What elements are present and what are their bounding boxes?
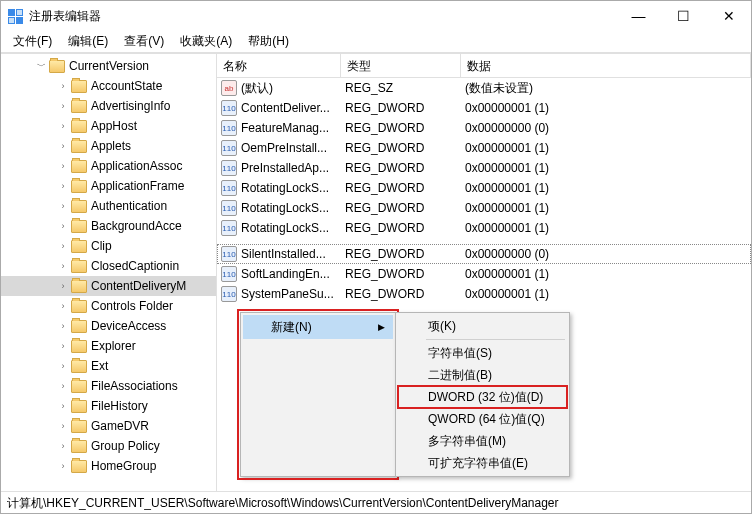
tree-item[interactable]: ›ApplicationFrame [1, 176, 216, 196]
close-button[interactable]: ✕ [706, 1, 751, 31]
tree-item[interactable]: ›ContentDeliveryM [1, 276, 216, 296]
chevron-right-icon[interactable]: › [57, 121, 69, 131]
list-row[interactable]: 110SoftLandingEn...REG_DWORD0x00000001 (… [217, 264, 751, 284]
ctx-new[interactable]: 新建(N) ▶ [243, 315, 393, 339]
folder-icon [71, 260, 87, 273]
minimize-button[interactable]: — [616, 1, 661, 31]
tree-item[interactable]: ›BackgroundAcce [1, 216, 216, 236]
chevron-right-icon[interactable]: › [57, 221, 69, 231]
value-name: RotatingLockS... [241, 221, 345, 235]
value-name: ContentDeliver... [241, 101, 345, 115]
chevron-down-icon[interactable]: ﹀ [35, 60, 47, 73]
tree-label: ApplicationAssoc [91, 159, 182, 173]
ctx-string[interactable]: 字符串值(S) [398, 342, 567, 364]
folder-icon [71, 320, 87, 333]
tree-label: ContentDeliveryM [91, 279, 186, 293]
chevron-right-icon[interactable]: › [57, 341, 69, 351]
tree-item[interactable]: ›FileHistory [1, 396, 216, 416]
chevron-right-icon[interactable]: › [57, 401, 69, 411]
chevron-right-icon[interactable]: › [57, 361, 69, 371]
dword-value-icon: 110 [221, 160, 237, 176]
chevron-right-icon[interactable]: › [57, 161, 69, 171]
value-type: REG_DWORD [345, 121, 465, 135]
value-name: SoftLandingEn... [241, 267, 345, 281]
chevron-right-icon[interactable]: › [57, 141, 69, 151]
ctx-qword[interactable]: QWORD (64 位)值(Q) [398, 408, 567, 430]
context-menu-new: 新建(N) ▶ [240, 312, 396, 477]
tree-label: HomeGroup [91, 459, 156, 473]
tree-item[interactable]: ›Controls Folder [1, 296, 216, 316]
tree-item[interactable]: ›Ext [1, 356, 216, 376]
tree-item[interactable]: ›AppHost [1, 116, 216, 136]
folder-icon [71, 180, 87, 193]
chevron-right-icon[interactable]: › [57, 421, 69, 431]
header-type[interactable]: 类型 [341, 54, 461, 77]
value-data: 0x00000001 (1) [465, 141, 751, 155]
value-name: OemPreInstall... [241, 141, 345, 155]
chevron-right-icon[interactable]: › [57, 441, 69, 451]
dword-value-icon: 110 [221, 246, 237, 262]
chevron-right-icon[interactable]: › [57, 261, 69, 271]
tree-item[interactable]: ›FileAssociations [1, 376, 216, 396]
value-type: REG_DWORD [345, 201, 465, 215]
value-name: RotatingLockS... [241, 181, 345, 195]
chevron-right-icon[interactable]: › [57, 321, 69, 331]
list-row[interactable]: 110SystemPaneSu...REG_DWORD0x00000001 (1… [217, 284, 751, 304]
list-row[interactable]: 110RotatingLockS...REG_DWORD0x00000001 (… [217, 178, 751, 198]
maximize-button[interactable]: ☐ [661, 1, 706, 31]
header-data[interactable]: 数据 [461, 54, 751, 77]
tree-item[interactable]: ›ClosedCaptionin [1, 256, 216, 276]
folder-icon [71, 460, 87, 473]
tree-root[interactable]: ﹀CurrentVersion [1, 56, 216, 76]
tree-item[interactable]: ›Explorer [1, 336, 216, 356]
ctx-binary[interactable]: 二进制值(B) [398, 364, 567, 386]
chevron-right-icon[interactable]: › [57, 381, 69, 391]
tree-item[interactable]: ›HomeGroup [1, 456, 216, 476]
folder-icon [71, 300, 87, 313]
list-row[interactable]: 110RotatingLockS...REG_DWORD0x00000001 (… [217, 218, 751, 238]
tree-item[interactable]: ›ApplicationAssoc [1, 156, 216, 176]
list-row[interactable]: 110OemPreInstall...REG_DWORD0x00000001 (… [217, 138, 751, 158]
list-row[interactable]: ab(默认)REG_SZ(数值未设置) [217, 78, 751, 98]
chevron-right-icon[interactable]: › [57, 301, 69, 311]
tree-item[interactable]: ›AdvertisingInfo [1, 96, 216, 116]
list-header: 名称 类型 数据 [217, 54, 751, 78]
list-row[interactable]: 110PreInstalledAp...REG_DWORD0x00000001 … [217, 158, 751, 178]
ctx-dword[interactable]: DWORD (32 位)值(D) [398, 386, 567, 408]
chevron-right-icon[interactable]: › [57, 181, 69, 191]
tree-item[interactable]: ›Applets [1, 136, 216, 156]
chevron-right-icon[interactable]: › [57, 201, 69, 211]
tree-item[interactable]: ›DeviceAccess [1, 316, 216, 336]
tree-pane[interactable]: ﹀CurrentVersion›AccountState›Advertising… [1, 54, 217, 491]
ctx-multistring[interactable]: 多字符串值(M) [398, 430, 567, 452]
list-row[interactable]: 110SilentInstalled...REG_DWORD0x00000000… [217, 244, 751, 264]
tree-item[interactable]: ›Authentication [1, 196, 216, 216]
folder-icon [71, 120, 87, 133]
ctx-key[interactable]: 项(K) [398, 315, 567, 337]
chevron-right-icon[interactable]: › [57, 101, 69, 111]
tree-item[interactable]: ›Clip [1, 236, 216, 256]
menu-view[interactable]: 查看(V) [116, 31, 172, 52]
tree-item[interactable]: ›GameDVR [1, 416, 216, 436]
submenu-arrow-icon: ▶ [378, 322, 385, 332]
value-data: 0x00000001 (1) [465, 267, 751, 281]
tree-item[interactable]: ›AccountState [1, 76, 216, 96]
value-type: REG_DWORD [345, 221, 465, 235]
tree-label: Group Policy [91, 439, 160, 453]
chevron-right-icon[interactable]: › [57, 81, 69, 91]
chevron-right-icon[interactable]: › [57, 281, 69, 291]
list-row[interactable]: 110FeatureManag...REG_DWORD0x00000000 (0… [217, 118, 751, 138]
menu-help[interactable]: 帮助(H) [240, 31, 297, 52]
dword-value-icon: 110 [221, 120, 237, 136]
menu-file[interactable]: 文件(F) [5, 31, 60, 52]
list-row[interactable]: 110ContentDeliver...REG_DWORD0x00000001 … [217, 98, 751, 118]
menu-favorites[interactable]: 收藏夹(A) [172, 31, 240, 52]
tree-item[interactable]: ›Group Policy [1, 436, 216, 456]
menu-edit[interactable]: 编辑(E) [60, 31, 116, 52]
header-name[interactable]: 名称 [217, 54, 341, 77]
list-row[interactable]: 110RotatingLockS...REG_DWORD0x00000001 (… [217, 198, 751, 218]
chevron-right-icon[interactable]: › [57, 241, 69, 251]
value-type: REG_DWORD [345, 287, 465, 301]
chevron-right-icon[interactable]: › [57, 461, 69, 471]
ctx-expandstring[interactable]: 可扩充字符串值(E) [398, 452, 567, 474]
